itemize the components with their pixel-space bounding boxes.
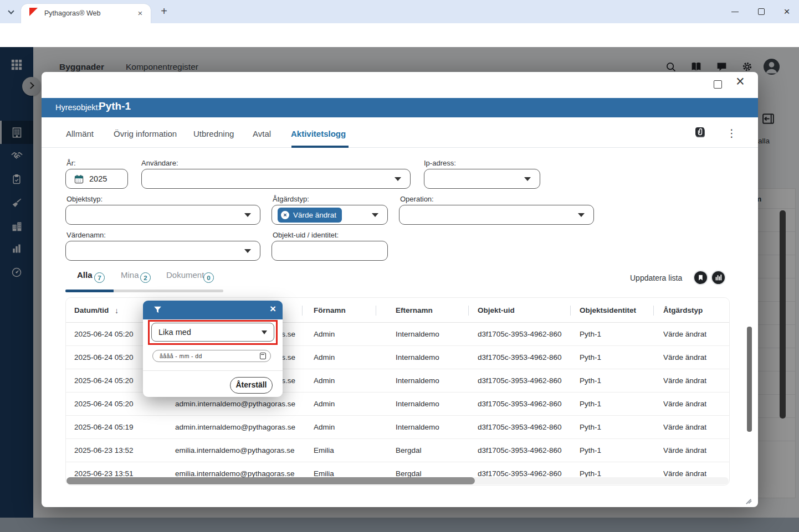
screen: Pythagoras® Web × + × ← → ↻ internaldemo…: [0, 0, 799, 532]
operation-dropdown[interactable]: [399, 205, 594, 225]
modal-title-value: Pyth-1: [99, 100, 131, 112]
column-filter-popup: × Lika med åååå - mm - dd Återställ: [143, 301, 283, 397]
chevron-down-icon: [524, 177, 531, 181]
tab-title: Pythagoras® Web: [44, 9, 100, 17]
bookmark-icon: [697, 274, 704, 281]
list-tab-mina[interactable]: Mina: [121, 270, 139, 280]
chevron-down-icon: [372, 213, 378, 217]
browser-tab[interactable]: Pythagoras® Web ×: [21, 4, 151, 23]
list-tab-dokument[interactable]: Dokument: [166, 270, 204, 280]
filter-popup-header[interactable]: ×: [143, 301, 283, 319]
object-uid-label: Objekt-uid / identitet:: [273, 231, 339, 239]
col-datum-tid[interactable]: Datum/tid: [74, 306, 109, 314]
tab-avtal[interactable]: Avtal: [253, 129, 271, 138]
popup-close-icon[interactable]: ×: [270, 303, 276, 315]
update-list-button[interactable]: Uppdatera lista: [630, 273, 682, 282]
reset-button[interactable]: Återställ: [230, 377, 273, 394]
chip-label: Värde ändrat: [293, 211, 336, 219]
value-name-dropdown[interactable]: [65, 241, 260, 261]
column-divider: [376, 306, 376, 316]
pythagoras-favicon: [29, 8, 38, 16]
table-vertical-scrollbar[interactable]: [747, 327, 752, 432]
table-horizontal-scrollbar[interactable]: [66, 477, 475, 484]
tab-search-chevron-icon[interactable]: [6, 6, 18, 18]
active-tab-underline: [291, 146, 349, 148]
year-field[interactable]: 2025: [65, 169, 128, 189]
col-atgardstyp[interactable]: Åtgärdstyp: [663, 306, 703, 314]
tab-close-icon[interactable]: ×: [135, 8, 145, 18]
attachment-icon[interactable]: [694, 125, 707, 138]
new-tab-button[interactable]: +: [157, 5, 171, 18]
list-tab-alla-count: 7: [94, 272, 105, 283]
table-row[interactable]: 2025-06-24 05:19 admin.internaldemo@pyth…: [66, 416, 730, 439]
action-type-label: Åtgärdstyp:: [273, 195, 309, 203]
date-picker-icon[interactable]: [260, 353, 266, 359]
filter-funnel-icon: [153, 305, 162, 314]
filter-date-input[interactable]: åååå - mm - dd: [152, 350, 271, 362]
filter-operator-value: Lika med: [158, 328, 191, 337]
list-tab-track: [114, 290, 223, 292]
user-filter-label: Användare:: [141, 159, 178, 167]
modal-title-bar: [42, 98, 758, 117]
chevron-down-icon: [262, 330, 267, 334]
popup-divider: [143, 370, 283, 371]
col-efternamn[interactable]: Efternamn: [396, 306, 433, 314]
user-filter-dropdown[interactable]: [141, 169, 411, 189]
filter-operator-select[interactable]: Lika med: [151, 323, 274, 342]
list-tab-alla[interactable]: Alla: [77, 270, 93, 280]
chevron-down-icon: [395, 177, 401, 181]
col-objekt-uid[interactable]: Objekt-uid: [478, 306, 515, 314]
year-value: 2025: [89, 174, 107, 183]
modal-close-icon[interactable]: ×: [733, 73, 748, 90]
tab-ovrig-information[interactable]: Övrig information: [114, 129, 177, 138]
sort-desc-icon[interactable]: ↓: [115, 306, 119, 315]
tab-allmant[interactable]: Allmänt: [66, 129, 94, 138]
calendar-icon: [74, 174, 84, 184]
chevron-down-icon: [244, 213, 251, 217]
action-type-chip: × Värde ändrat: [278, 208, 342, 223]
year-label: År:: [66, 159, 76, 167]
column-divider: [570, 306, 571, 316]
window-close-button[interactable]: ×: [781, 6, 793, 18]
operation-label: Operation:: [400, 195, 434, 203]
modal-title-label: Hyresobjekt:: [55, 103, 100, 112]
hyresobjekt-modal: × Hyresobjekt: Pyth-1 Allmänt Övrig info…: [42, 72, 758, 507]
column-divider: [302, 306, 303, 316]
list-tab-mina-count: 2: [140, 272, 151, 283]
column-divider: [653, 306, 654, 316]
tab-utbredning[interactable]: Utbredning: [193, 129, 234, 138]
modal-resize-handle[interactable]: [744, 495, 753, 504]
equalizer-bars-icon: [715, 274, 722, 281]
modal-kebab-menu-icon[interactable]: ⋮: [726, 127, 734, 140]
date-placeholder: åååå - mm - dd: [160, 353, 202, 359]
bookmark-button[interactable]: [693, 270, 708, 285]
tab-aktivitetslogg[interactable]: Aktivitetslogg: [291, 129, 346, 138]
ip-filter-dropdown[interactable]: [424, 169, 540, 189]
browser-tab-strip: Pythagoras® Web × + ×: [0, 0, 799, 23]
browser-toolbar: ← → ↻ internaldemo.dev.pythagoras.se/pyt…: [0, 23, 799, 47]
column-divider: [468, 306, 469, 316]
chip-remove-icon[interactable]: ×: [281, 211, 289, 219]
window-minimize-button[interactable]: [729, 6, 741, 18]
action-type-dropdown[interactable]: × Värde ändrat: [272, 205, 388, 225]
col-objektsidentitet[interactable]: Objektsidentitet: [580, 306, 636, 314]
object-uid-input[interactable]: [272, 241, 388, 261]
object-type-label: Objektstyp:: [66, 195, 103, 203]
modal-maximize-icon[interactable]: [714, 80, 722, 89]
chevron-down-icon: [244, 249, 251, 253]
window-maximize-button[interactable]: [755, 6, 767, 18]
ip-filter-label: Ip-adress:: [424, 159, 456, 167]
col-fornamn[interactable]: Förnamn: [314, 306, 346, 314]
chevron-down-icon: [578, 213, 585, 217]
list-tab-active-underline: [65, 290, 114, 292]
object-type-dropdown[interactable]: [65, 205, 260, 225]
value-name-label: Värdenamn:: [66, 231, 106, 239]
columns-button[interactable]: [711, 270, 726, 285]
list-tab-dokument-count: 0: [203, 272, 214, 283]
table-row[interactable]: 2025-06-23 13:52 emilia.internaldemo@pyt…: [66, 439, 730, 462]
